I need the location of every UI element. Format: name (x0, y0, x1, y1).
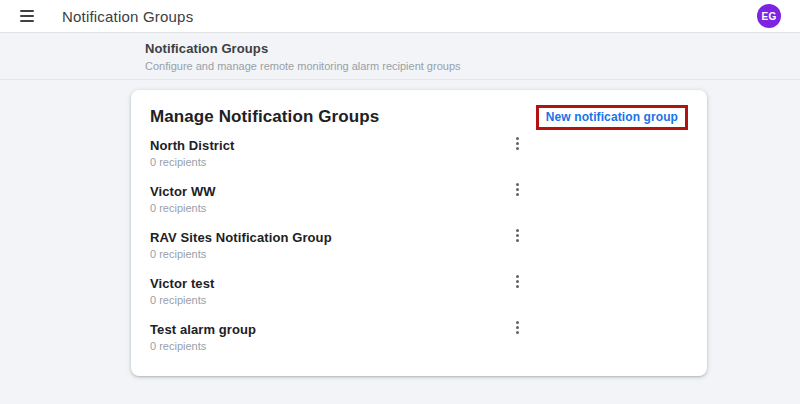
user-avatar[interactable]: EG (757, 4, 781, 28)
new-notification-group-button[interactable]: New notification group (536, 105, 688, 130)
group-recipient-count: 0 recipients (150, 156, 688, 168)
group-name: North District (150, 138, 688, 153)
app-bar: Notification Groups EG (0, 0, 800, 33)
vertical-dots-menu-icon[interactable] (506, 270, 528, 292)
group-recipient-count: 0 recipients (150, 340, 688, 352)
vertical-dots-menu-icon[interactable] (506, 224, 528, 246)
vertical-dots-menu-icon[interactable] (506, 316, 528, 338)
group-name: Test alarm group (150, 322, 688, 337)
app-title: Notification Groups (62, 8, 193, 25)
notification-groups-card: Manage Notification Groups New notificat… (131, 90, 707, 376)
group-list: North District 0 recipients Victor WW 0 … (150, 132, 688, 362)
card-title: Manage Notification Groups (150, 107, 379, 127)
vertical-dots-menu-icon[interactable] (506, 132, 528, 154)
group-name: RAV Sites Notification Group (150, 230, 688, 245)
menu-icon[interactable] (20, 10, 34, 22)
group-recipient-count: 0 recipients (150, 248, 688, 260)
group-row: RAV Sites Notification Group 0 recipient… (150, 224, 688, 270)
group-recipient-count: 0 recipients (150, 294, 688, 306)
group-row: North District 0 recipients (150, 132, 688, 178)
group-name: Victor WW (150, 184, 688, 199)
group-row: Victor WW 0 recipients (150, 178, 688, 224)
group-name: Victor test (150, 276, 688, 291)
subheader-subtitle: Configure and manage remote monitoring a… (145, 60, 800, 72)
vertical-dots-menu-icon[interactable] (506, 178, 528, 200)
group-row: Test alarm group 0 recipients (150, 316, 688, 362)
subheader-title: Notification Groups (145, 41, 800, 56)
card-header: Manage Notification Groups New notificat… (150, 104, 688, 130)
page-subheader: Notification Groups Configure and manage… (0, 33, 800, 80)
group-recipient-count: 0 recipients (150, 202, 688, 214)
group-row: Victor test 0 recipients (150, 270, 688, 316)
